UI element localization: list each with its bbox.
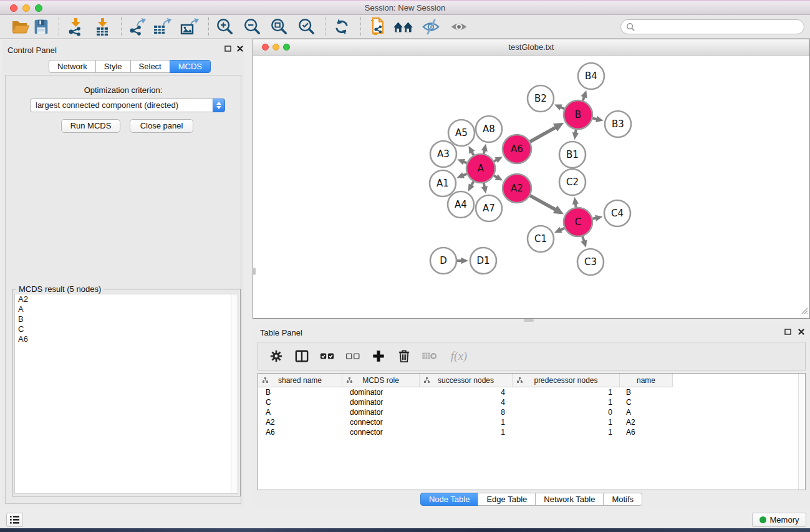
table-cell[interactable]: 1 (513, 397, 620, 407)
graph-node-A4[interactable]: A4 (448, 191, 474, 218)
eye-slash-icon[interactable] (420, 17, 442, 37)
show-log-button[interactable] (6, 513, 23, 527)
minimize-view-icon[interactable] (272, 44, 279, 51)
mcds-result-item[interactable]: A2 (15, 294, 238, 304)
import-network-icon[interactable] (64, 17, 87, 37)
table-cell[interactable]: connector (342, 427, 420, 437)
graph-node-C2[interactable]: C2 (559, 169, 586, 195)
graph-node-C4[interactable]: C4 (604, 200, 630, 226)
graph-node-A3[interactable]: A3 (430, 141, 456, 167)
table-cell[interactable]: 1 (513, 387, 620, 397)
graph-edge-B-B2[interactable] (561, 107, 564, 109)
maximize-view-icon[interactable] (283, 44, 290, 51)
close-view-icon[interactable] (262, 44, 269, 51)
minimize-window-icon[interactable] (22, 4, 30, 12)
graph-node-C3[interactable]: C3 (577, 249, 604, 275)
table-cell[interactable]: B (620, 387, 673, 397)
table-cell[interactable]: 1 (420, 417, 513, 427)
tab-network-table[interactable]: Network Table (535, 493, 604, 506)
table-cell[interactable]: C (620, 397, 673, 407)
column-header-predecessor-nodes[interactable]: predecessor nodes (513, 374, 620, 387)
graph-node-A6[interactable]: A6 (503, 135, 531, 163)
tab-mcds[interactable]: MCDS (170, 60, 211, 73)
open-file-icon[interactable] (9, 17, 32, 37)
graph-edge-A-A7[interactable] (484, 183, 485, 188)
maximize-window-icon[interactable] (35, 4, 42, 12)
resize-grip-icon[interactable] (799, 306, 808, 317)
graph-node-A1[interactable]: A1 (430, 170, 456, 196)
table-cell[interactable]: connector (342, 417, 420, 427)
table-cell[interactable]: A (258, 407, 342, 417)
criterion-dropdown[interactable]: largest connected component (directed) (30, 99, 225, 112)
mcds-result-item[interactable]: A6 (15, 334, 238, 344)
zoom-selected-icon[interactable] (296, 17, 318, 37)
graph-edge-C-C3[interactable] (582, 236, 584, 241)
graph-node-D1[interactable]: D1 (470, 248, 496, 274)
graph-node-A2[interactable]: A2 (503, 174, 531, 203)
table-cell[interactable]: A6 (620, 427, 673, 437)
column-header-name[interactable]: name (620, 374, 673, 387)
tab-motifs[interactable]: Motifs (603, 493, 642, 506)
graph-edge-B-B3[interactable] (592, 118, 597, 119)
column-header-successor-nodes[interactable]: successor nodes (420, 374, 513, 387)
table-row[interactable]: Cdominator41C (258, 397, 798, 407)
zoom-in-icon[interactable] (214, 17, 236, 37)
graph-edge-B-B4[interactable] (583, 97, 584, 100)
column-header-MCDS-role[interactable]: MCDS role (342, 374, 420, 387)
split-table-icon[interactable] (294, 348, 310, 364)
gear-icon[interactable] (268, 348, 284, 364)
float-table-panel-icon[interactable] (781, 327, 794, 337)
table-cell[interactable]: A2 (258, 417, 342, 427)
close-panel-icon[interactable] (234, 44, 246, 54)
function-builder-icon[interactable]: f(x) (447, 348, 471, 364)
network-canvas[interactable]: B4B2BB3A8A5A6B1A3AC2A1A2A4A7CC4C1C3DD1 (253, 56, 809, 318)
select-all-checkboxes-icon[interactable] (319, 348, 335, 364)
table-cell[interactable]: 1 (513, 417, 620, 427)
graph-edge-A-A1[interactable] (463, 174, 466, 176)
panel-splitter-handle[interactable] (524, 319, 534, 322)
tab-select[interactable]: Select (130, 60, 170, 73)
table-cell[interactable]: 1 (420, 427, 513, 437)
table-cell[interactable]: C (258, 397, 342, 407)
table-row[interactable]: Bdominator41B (258, 387, 798, 397)
graph-node-A[interactable]: A (466, 154, 495, 183)
graph-node-B1[interactable]: B1 (559, 142, 586, 168)
add-column-icon[interactable] (370, 348, 387, 364)
mcds-result-item[interactable]: B (15, 314, 238, 324)
graph-node-B2[interactable]: B2 (528, 85, 554, 112)
tab-edge-table[interactable]: Edge Table (478, 493, 536, 506)
zoom-out-icon[interactable] (241, 17, 264, 37)
graph-node-C[interactable]: C (564, 208, 592, 236)
graph-node-B3[interactable]: B3 (605, 111, 631, 137)
table-row[interactable]: A6connector11A6 (258, 427, 798, 437)
tab-node-table[interactable]: Node Table (420, 493, 479, 506)
graph-edge-A2-C[interactable] (530, 196, 556, 210)
tab-network[interactable]: Network (49, 60, 96, 73)
table-cell[interactable]: A6 (258, 427, 342, 437)
table-cell[interactable]: 0 (513, 407, 620, 417)
export-network-icon[interactable] (125, 17, 148, 37)
export-table-icon[interactable] (150, 17, 173, 37)
graph-node-A7[interactable]: A7 (476, 195, 502, 221)
mcds-list-scrollbar[interactable] (231, 294, 238, 493)
close-table-panel-icon[interactable] (795, 327, 808, 337)
table-cell[interactable]: dominator (342, 407, 420, 417)
float-panel-icon[interactable] (221, 44, 234, 54)
search-input[interactable] (635, 21, 804, 33)
table-cell[interactable]: A (620, 407, 673, 417)
graph-node-B4[interactable]: B4 (578, 63, 604, 89)
memory-button[interactable]: Memory (752, 513, 806, 527)
table-cell[interactable]: 8 (420, 407, 513, 417)
eye-icon[interactable] (448, 17, 470, 37)
close-window-icon[interactable] (10, 4, 17, 12)
graph-node-D[interactable]: D (430, 248, 456, 274)
graph-node-C1[interactable]: C1 (528, 226, 554, 252)
import-table-icon[interactable] (91, 17, 113, 37)
graph-node-A5[interactable]: A5 (448, 120, 475, 146)
graph-node-A8[interactable]: A8 (476, 116, 502, 142)
table-cell[interactable]: 4 (420, 387, 513, 397)
mcds-result-item[interactable]: A (15, 304, 238, 314)
canvas-scroll-thumb[interactable] (253, 268, 256, 275)
mcds-result-item[interactable]: C (15, 324, 238, 334)
clone-network-icon[interactable] (366, 17, 388, 37)
